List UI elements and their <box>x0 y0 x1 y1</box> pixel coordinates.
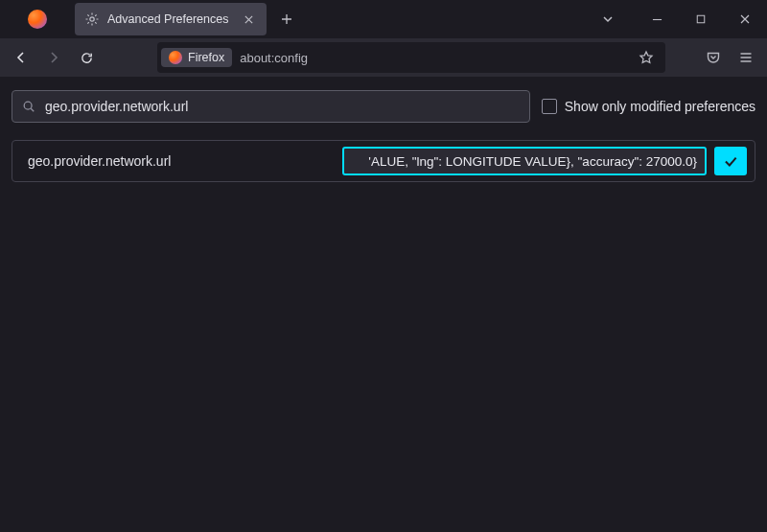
titlebar: Advanced Preferences <box>0 0 767 38</box>
nav-toolbar: Firefox about:config <box>0 38 767 77</box>
svg-point-2 <box>24 102 32 109</box>
gear-icon <box>84 12 100 27</box>
firefox-logo-icon <box>28 10 47 29</box>
checkbox-icon <box>542 99 557 114</box>
pref-row: geo.provider.network.url <box>12 140 755 182</box>
back-button[interactable] <box>6 42 36 73</box>
identity-label: Firefox <box>188 51 224 64</box>
url-bar[interactable]: Firefox about:config <box>157 42 665 73</box>
show-modified-label: Show only modified preferences <box>565 99 755 114</box>
window-close-button[interactable] <box>723 0 767 38</box>
identity-box[interactable]: Firefox <box>161 48 232 67</box>
url-text: about:config <box>240 51 633 65</box>
svg-point-0 <box>90 17 94 21</box>
new-tab-button[interactable] <box>272 5 301 34</box>
forward-button[interactable] <box>38 42 69 73</box>
pref-name: geo.provider.network.url <box>28 153 335 169</box>
show-modified-toggle[interactable]: Show only modified preferences <box>542 99 755 114</box>
window-minimize-button[interactable] <box>635 0 679 38</box>
bookmark-star-button[interactable] <box>633 44 660 71</box>
about-config-content: Show only modified preferences geo.provi… <box>0 77 767 196</box>
search-row: Show only modified preferences <box>12 90 755 123</box>
app-menu-button[interactable] <box>731 42 761 73</box>
reload-button[interactable] <box>71 42 102 73</box>
window-controls <box>635 0 767 38</box>
window-maximize-button[interactable] <box>679 0 723 38</box>
pref-value-input[interactable] <box>352 154 697 169</box>
browser-tab[interactable]: Advanced Preferences <box>75 3 267 35</box>
tab-title: Advanced Preferences <box>107 12 232 26</box>
save-to-pocket-button[interactable] <box>698 42 729 73</box>
all-tabs-button[interactable] <box>591 4 625 35</box>
search-icon <box>22 100 35 113</box>
pref-save-button[interactable] <box>714 147 747 175</box>
firefox-brand <box>0 10 75 29</box>
tab-close-button[interactable] <box>240 11 257 28</box>
svg-rect-1 <box>697 15 705 23</box>
pref-search-input[interactable] <box>45 99 520 114</box>
firefox-logo-icon <box>169 51 182 64</box>
pref-value-field[interactable] <box>342 147 707 175</box>
pref-search-box[interactable] <box>12 90 530 123</box>
